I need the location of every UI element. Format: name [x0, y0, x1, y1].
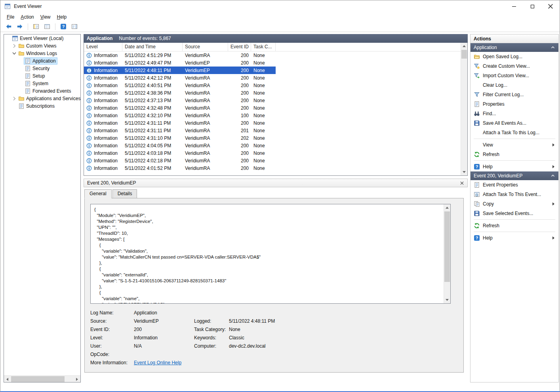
- column-header-level[interactable]: Level: [84, 43, 122, 51]
- event-row[interactable]: Information5/11/2022 4:48:11 PMVeridiumE…: [84, 67, 276, 74]
- tree-item-event-viewer-local[interactable]: Event Viewer (Local): [4, 34, 80, 42]
- action-save-selected-events[interactable]: Save Selected Events...: [470, 209, 558, 218]
- computer-value: dev-dc2.dev.local: [229, 343, 275, 349]
- action-help[interactable]: ?Help: [470, 233, 558, 243]
- action-save-all-events-as[interactable]: Save All Events As...: [470, 118, 558, 128]
- event-list-vertical-scrollbar[interactable]: [461, 43, 467, 175]
- scroll-down-button[interactable]: [461, 169, 467, 175]
- event-row[interactable]: Information5/11/2022 4:31:11 PMVeridiumR…: [84, 119, 276, 127]
- menu-file[interactable]: File: [4, 13, 17, 21]
- show-action-pane-button[interactable]: [69, 22, 80, 31]
- description-vertical-scrollbar[interactable]: [444, 204, 450, 303]
- tree-item-applications-and-services-lo[interactable]: Applications and Services Lo: [4, 95, 80, 102]
- scrollbar-thumb[interactable]: [444, 211, 450, 282]
- scrollbar-thumb[interactable]: [11, 376, 65, 382]
- show-console-tree-button[interactable]: [31, 22, 41, 31]
- action-filter-current-log[interactable]: Filter Current Log...: [470, 90, 558, 99]
- tree-item-custom-views[interactable]: Custom Views: [4, 42, 80, 49]
- tree-horizontal-scrollbar[interactable]: [4, 375, 80, 382]
- menu-view[interactable]: View: [37, 13, 54, 21]
- close-button[interactable]: [541, 0, 560, 12]
- tab-general[interactable]: General: [84, 189, 112, 198]
- event-row[interactable]: Information5/11/2022 4:42:12 PMVeridiumR…: [84, 74, 276, 82]
- scroll-up-button[interactable]: [461, 43, 467, 49]
- tree-item-windows-logs[interactable]: Windows Logs: [4, 49, 80, 57]
- help-button[interactable]: ?: [58, 22, 69, 31]
- action-clear-log[interactable]: Clear Log...: [470, 80, 558, 90]
- menu-help[interactable]: Help: [54, 13, 70, 21]
- tree-item-forwarded-events[interactable]: Forwarded Events: [4, 87, 80, 95]
- back-arrow-button[interactable]: [4, 22, 14, 31]
- scrollbar-thumb[interactable]: [461, 50, 467, 59]
- tree-item-security[interactable]: Security: [4, 65, 80, 72]
- scroll-up-button[interactable]: [444, 204, 450, 211]
- scroll-right-button[interactable]: [74, 376, 80, 382]
- event-row[interactable]: Information5/11/2022 4:49:47 PMVeridiumE…: [84, 59, 276, 67]
- chevron-down-icon[interactable]: [11, 50, 17, 57]
- event-row[interactable]: Information5/11/2022 4:32:48 PMVeridiumR…: [84, 104, 276, 112]
- actions-section-title: Application: [474, 45, 497, 50]
- action-refresh[interactable]: Refresh: [470, 150, 558, 159]
- action-create-custom-view[interactable]: Create Custom View...: [470, 61, 558, 71]
- tree-item-subscriptions[interactable]: Subscriptions: [4, 102, 80, 110]
- event-row[interactable]: Information5/11/2022 4:31:10 PMVeridiumR…: [84, 134, 276, 142]
- event-row[interactable]: Information5/11/2022 4:03:18 PMVeridiumR…: [84, 149, 276, 157]
- actions-sections: ApplicationOpen Saved Log...Create Custo…: [470, 43, 558, 243]
- chevron-right-icon[interactable]: [11, 43, 17, 49]
- event-log-online-help-link[interactable]: Event Log Online Help: [134, 360, 194, 366]
- action-attach-a-task-to-this-log[interactable]: Attach a Task To this Log...: [470, 128, 558, 137]
- preview-pane-title: Event 200, VeridiumEP: [87, 180, 136, 186]
- action-properties[interactable]: Properties: [470, 99, 558, 109]
- info-icon: [86, 135, 92, 141]
- action-help[interactable]: ?Help: [470, 162, 558, 171]
- scroll-left-button[interactable]: [4, 376, 11, 382]
- event-id-cell: 200: [228, 68, 251, 73]
- event-task-cell: None: [251, 128, 276, 133]
- event-row[interactable]: Information5/11/2022 4:32:10 PMVeridiumR…: [84, 112, 276, 119]
- scroll-down-button[interactable]: [444, 297, 450, 303]
- chevron-right-icon[interactable]: [11, 95, 17, 102]
- info-icon: [86, 98, 92, 103]
- action-copy[interactable]: Copy: [470, 199, 558, 209]
- action-refresh[interactable]: Refresh: [470, 221, 558, 230]
- event-row[interactable]: Information5/11/2022 4:31:11 PMVeridiumR…: [84, 127, 276, 134]
- preview-tabs: GeneralDetails: [84, 189, 137, 198]
- maximize-button[interactable]: [523, 0, 541, 12]
- action-view[interactable]: View: [470, 140, 558, 150]
- tab-details[interactable]: Details: [112, 189, 137, 198]
- column-header-event-id[interactable]: Event ID: [228, 43, 251, 51]
- export-list-icon: [44, 23, 50, 30]
- event-row[interactable]: Information5/11/2022 4:04:05 PMVeridiumR…: [84, 142, 276, 149]
- menu-action[interactable]: Action: [17, 13, 37, 21]
- event-row[interactable]: Information5/11/2022 4:02:18 PMVeridiumR…: [84, 157, 276, 164]
- event-level-cell: Information: [84, 60, 122, 66]
- event-id-cell: 200: [228, 166, 251, 171]
- action-find[interactable]: Find...: [470, 109, 558, 118]
- tree-item-setup[interactable]: Setup: [4, 72, 80, 80]
- export-list-button[interactable]: [42, 22, 52, 31]
- action-event-properties[interactable]: Event Properties: [470, 180, 558, 190]
- event-source-cell: VeridiumRA: [183, 166, 228, 171]
- action-open-saved-log[interactable]: Open Saved Log...: [470, 52, 558, 61]
- forward-arrow-button[interactable]: [15, 22, 25, 31]
- tree-item-system[interactable]: System: [4, 80, 80, 87]
- action-label: Refresh: [483, 223, 499, 228]
- actions-section-event-200-veridiumep[interactable]: Event 200, VeridiumEP: [470, 171, 558, 180]
- info-icon: [86, 143, 92, 148]
- level-value: Information: [134, 335, 194, 341]
- event-row[interactable]: Information5/11/2022 4:01:52 PMVeridiumR…: [84, 164, 276, 172]
- actions-section-application[interactable]: Application: [470, 43, 558, 52]
- minimize-button[interactable]: [505, 0, 523, 12]
- action-import-custom-view[interactable]: Import Custom View...: [470, 71, 558, 80]
- event-row[interactable]: Information5/11/2022 4:38:36 PMVeridiumR…: [84, 89, 276, 97]
- column-header-task-c[interactable]: Task C...: [251, 43, 276, 51]
- event-row[interactable]: Information5/11/2022 4:40:51 PMVeridiumR…: [84, 82, 276, 89]
- event-row[interactable]: Information5/11/2022 4:37:13 PMVeridiumR…: [84, 97, 276, 104]
- column-header-source[interactable]: Source: [183, 43, 228, 51]
- event-task-cell: None: [251, 75, 276, 81]
- close-preview-icon[interactable]: [460, 181, 464, 185]
- action-attach-task-to-this-event[interactable]: Attach Task To This Event...: [470, 190, 558, 199]
- tree-item-application[interactable]: Application: [4, 57, 80, 65]
- event-row[interactable]: Information5/11/2022 4:51:29 PMVeridiumR…: [84, 51, 276, 59]
- column-header-date-and-time[interactable]: Date and Time: [122, 43, 183, 51]
